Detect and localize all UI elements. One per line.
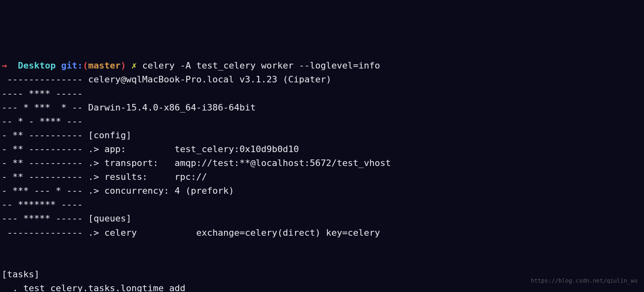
output-line	[2, 241, 88, 252]
prompt-branch: master	[88, 60, 120, 71]
prompt-close-paren: )	[120, 60, 126, 71]
output-line: . test_celery.tasks.longtime_add	[2, 283, 185, 292]
output-line: [tasks]	[2, 269, 40, 279]
prompt-arrow: →	[2, 60, 7, 71]
output-line: -------------- celery@wqlMacBook-Pro.loc…	[2, 74, 331, 84]
output-line: -- ******* ----	[2, 199, 83, 210]
output-line: - ** ---------- .> transport: amqp://tes…	[2, 158, 391, 168]
output-line: - ** ---------- .> results: rpc://	[2, 172, 207, 182]
prompt-dirty-icon: ✗	[131, 60, 137, 71]
output-line: --- ***** ----- [queues]	[2, 213, 131, 223]
prompt-open-paren: (	[83, 60, 88, 71]
output-line: ---- **** -----	[2, 88, 83, 99]
output-line: - ** ---------- [config]	[2, 130, 131, 140]
prompt-cwd: Desktop	[18, 60, 56, 71]
terminal-output: → Desktop git:(master) ✗ celery -A test_…	[2, 59, 642, 292]
output-line: -------------- .> celery exchange=celery…	[2, 228, 380, 238]
output-line: - *** --- * --- .> concurrency: 4 (prefo…	[2, 186, 234, 196]
command-text[interactable]: celery -A test_celery worker --loglevel=…	[142, 60, 380, 71]
prompt-git-label: git	[61, 60, 78, 71]
output-line: -- * - **** ---	[2, 116, 83, 126]
watermark-text: https://blog.csdn.net/qiulin_wu	[531, 277, 637, 285]
output-line: --- * *** * -- Darwin-15.4.0-x86_64-i386…	[2, 102, 256, 113]
prompt-colon: :	[77, 60, 82, 71]
output-line: - ** ---------- .> app: test_celery:0x10…	[2, 144, 299, 154]
